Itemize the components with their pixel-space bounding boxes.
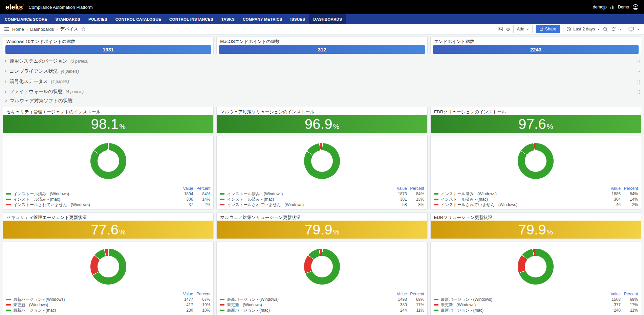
user-name[interactable]: Demo [618, 5, 629, 9]
legend-percent-header[interactable]: Percent [407, 292, 425, 296]
legend-percent-header[interactable]: Percent [621, 186, 639, 191]
legend-row[interactable]: 未更新 - (Windows)37717% [434, 302, 639, 308]
nav-standards[interactable]: STANDARDS [51, 14, 84, 24]
series-label[interactable]: インストール済み - (mac) [227, 197, 385, 202]
nav-compliance-score[interactable]: COMPLIANCE SCORE [1, 14, 51, 24]
nav-control-catalogue[interactable]: CONTROL CATALOGUE [111, 14, 165, 24]
legend-row[interactable]: インストールされていません - (Windows)583% [220, 202, 425, 207]
legend-row[interactable]: インストール済み - (Windows)189484% [6, 191, 211, 197]
panel-title[interactable]: EDRソリューションのインストール [431, 107, 641, 115]
donut-chart[interactable] [518, 249, 554, 285]
legend-row[interactable]: 最新バージョン - (Windows)147767% [6, 297, 211, 302]
panel-title[interactable]: MacOSエンドポイントの総数 [217, 37, 427, 45]
legend-value-header[interactable]: Value [599, 186, 621, 191]
panel-title[interactable]: Windows 10エンドポイントの総数 [3, 37, 213, 45]
row-firewall-status[interactable]: ファイアウォールの状態 (4 panels) [3, 87, 641, 96]
panel-title[interactable]: マルウェア対策ソリューションのインストール [217, 107, 427, 115]
series-label[interactable]: 未更新 - (Windows) [441, 302, 599, 308]
breadcrumb-home[interactable]: Home [12, 27, 24, 32]
user-avatar-icon[interactable] [632, 4, 639, 10]
nav-tasks[interactable]: TASKS [217, 14, 239, 24]
series-label[interactable]: 未更新 - (Windows) [13, 302, 171, 308]
refresh-icon[interactable] [611, 27, 616, 31]
donut-chart[interactable] [90, 143, 126, 179]
legend-row[interactable]: インストールされていません - (Windows)462% [434, 202, 639, 207]
legend-row[interactable]: 最新バージョン - (mac)24411% [220, 308, 425, 313]
legend-value-header[interactable]: Value [171, 292, 193, 296]
series-label[interactable]: 最新バージョン - (mac) [13, 308, 171, 313]
share-button[interactable]: Share [536, 25, 560, 33]
drag-handle-icon[interactable] [637, 80, 640, 84]
zoom-out-icon[interactable] [603, 27, 608, 32]
series-label[interactable]: インストール済み - (Windows) [441, 191, 599, 197]
series-label[interactable]: インストールされていません - (Windows) [227, 202, 385, 208]
legend-row[interactable]: 未更新 - (Windows)38017% [220, 302, 425, 308]
series-label[interactable]: インストール済み - (Windows) [13, 191, 171, 197]
legend-value-header[interactable]: Value [599, 292, 621, 296]
legend-value-header[interactable]: Value [385, 292, 407, 296]
panel-title[interactable]: セキュリティ管理エージェントのインストール [3, 107, 213, 115]
kiosk-mode-icon[interactable] [628, 27, 634, 31]
refresh-interval-chevron-icon[interactable] [619, 28, 622, 30]
nav-issues[interactable]: ISSUES [286, 14, 309, 24]
add-button[interactable]: Add [513, 25, 532, 33]
donut-chart[interactable] [304, 143, 340, 179]
donut-chart[interactable] [518, 143, 554, 179]
legend-row[interactable]: 最新バージョン - (mac)23010% [6, 308, 211, 313]
legend-row[interactable]: インストール済み - (mac)30614% [6, 197, 211, 202]
series-label[interactable]: 最新バージョン - (mac) [227, 308, 385, 313]
row-antimalware-status[interactable]: マルウェア対策ソフトの状態 [3, 97, 641, 104]
row-os-versions[interactable]: 運用システムのバージョン (3 panels) [3, 57, 641, 66]
legend-percent-header[interactable]: Percent [193, 292, 211, 296]
legend-row[interactable]: インストール済み - (Windows)187384% [220, 191, 425, 197]
legend-percent-header[interactable]: Percent [621, 292, 639, 296]
legend-percent-header[interactable]: Percent [407, 186, 425, 191]
panel-title[interactable]: エンドポイント総数 [431, 37, 641, 45]
settings-gear-icon[interactable]: ⚙ [506, 27, 510, 32]
legend-row[interactable]: 最新バージョン - (mac)24011% [434, 308, 639, 313]
export-image-icon[interactable] [498, 27, 503, 31]
panel-title[interactable]: セキュリティ管理エージェント更新状況 [3, 213, 213, 221]
series-label[interactable]: インストール済み - (Windows) [227, 191, 385, 197]
nav-control-instances[interactable]: CONTROL INSTANCES [165, 14, 217, 24]
toolbar-collapse-chevron-icon[interactable] [637, 28, 640, 30]
time-range-picker[interactable]: Last 2 days [566, 27, 600, 31]
nav-company-metrics[interactable]: COMPANY METRICS [239, 14, 286, 24]
legend-row[interactable]: 最新バージョン - (Windows)149369% [220, 297, 425, 302]
series-label[interactable]: インストール済み - (mac) [13, 197, 171, 202]
row-compliance-status[interactable]: コンプライアンス状況 (4 panels) [3, 67, 641, 76]
legend-value-header[interactable]: Value [385, 186, 407, 191]
series-label[interactable]: 未更新 - (Windows) [227, 302, 385, 308]
series-label[interactable]: インストールされていません - (Windows) [13, 202, 171, 208]
bar-chart-icon[interactable] [610, 5, 615, 9]
series-label[interactable]: 最新バージョン - (Windows) [13, 297, 171, 302]
series-label[interactable]: 最新バージョン - (Windows) [227, 297, 385, 302]
menu-toggle-icon[interactable] [4, 27, 9, 31]
panel-title[interactable]: EDRソリューション更新状況 [431, 213, 641, 221]
series-label[interactable]: インストールされていません - (Windows) [441, 202, 599, 208]
legend-row[interactable]: インストール済み - (mac)30414% [434, 197, 639, 202]
nav-policies[interactable]: POLICIES [84, 14, 111, 24]
legend-value-header[interactable]: Value [171, 186, 193, 191]
legend-row[interactable]: 未更新 - (Windows)41719% [6, 302, 211, 308]
tenant-name[interactable]: demojp [593, 5, 607, 9]
breadcrumb-dashboards[interactable]: Dashboards [30, 27, 54, 32]
legend-row[interactable]: インストール済み - (Windows)188584% [434, 191, 639, 197]
panel-title[interactable]: マルウェア対策ソリューション更新状況 [217, 213, 427, 221]
donut-chart[interactable] [90, 249, 126, 285]
drag-handle-icon[interactable] [637, 59, 640, 64]
series-label[interactable]: インストール済み - (mac) [441, 197, 599, 202]
drag-handle-icon[interactable] [637, 69, 640, 74]
legend-row[interactable]: 最新バージョン - (Windows)150869% [434, 297, 639, 302]
drag-handle-icon[interactable] [637, 90, 640, 94]
row-encryption-status[interactable]: 暗号化ステータス (4 panels) [3, 77, 641, 86]
legend-row[interactable]: インストールされていません - (Windows)372% [6, 202, 211, 207]
nav-dashboards[interactable]: DASHBOARDS [309, 14, 346, 24]
series-label[interactable]: 最新バージョン - (mac) [441, 308, 599, 313]
series-value: 37 [171, 202, 193, 207]
legend-percent-header[interactable]: Percent [193, 186, 211, 191]
donut-chart[interactable] [304, 249, 340, 285]
series-label[interactable]: 最新バージョン - (Windows) [441, 297, 599, 302]
favorite-star-icon[interactable]: ☆ [81, 26, 86, 32]
legend-row[interactable]: インストール済み - (mac)30113% [220, 197, 425, 202]
